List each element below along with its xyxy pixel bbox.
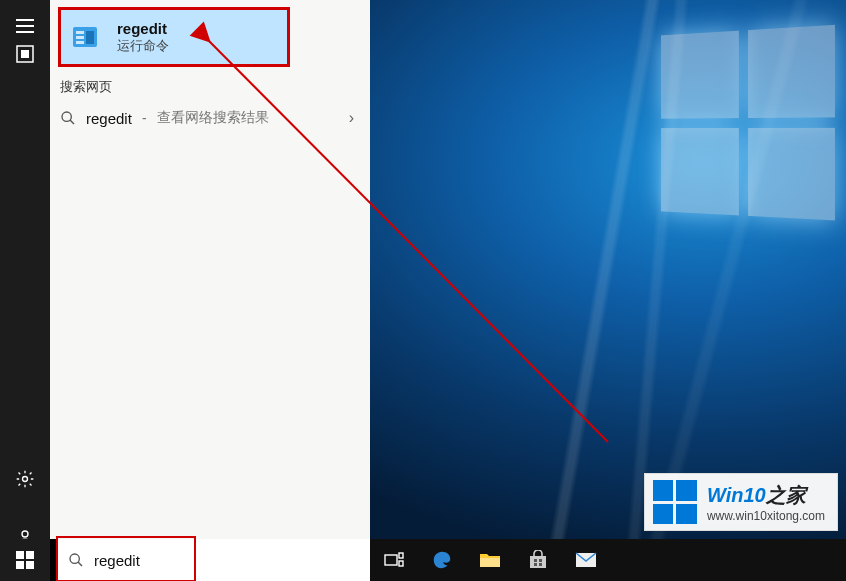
svg-rect-24 <box>530 556 546 568</box>
svg-rect-22 <box>399 561 403 566</box>
svg-rect-26 <box>539 559 542 562</box>
windows-logo-graphic <box>661 24 846 236</box>
svg-rect-20 <box>385 555 397 565</box>
search-icon <box>68 552 84 568</box>
svg-rect-10 <box>76 41 84 44</box>
mail-icon[interactable] <box>562 539 610 581</box>
store-icon[interactable] <box>514 539 562 581</box>
watermark-badge: Win10之家 www.win10xitong.com <box>644 473 838 531</box>
start-search-panel: regedit 运行命令 搜索网页 regedit - 查看网络搜索结果 › <box>50 0 370 539</box>
taskbar <box>370 539 846 581</box>
web-search-result[interactable]: regedit - 查看网络搜索结果 › <box>60 100 360 136</box>
svg-rect-8 <box>76 31 84 34</box>
taskbar-search-box[interactable] <box>58 539 370 581</box>
search-icon <box>60 110 76 126</box>
svg-point-5 <box>23 477 28 482</box>
web-result-hint: 查看网络搜索结果 <box>157 109 269 127</box>
svg-line-19 <box>78 562 82 566</box>
svg-rect-1 <box>16 25 34 27</box>
start-button[interactable] <box>0 539 50 581</box>
svg-rect-9 <box>76 36 84 39</box>
best-match-title: regedit <box>117 20 169 37</box>
svg-line-13 <box>70 120 74 124</box>
search-input[interactable] <box>94 552 334 569</box>
watermark-logo-icon <box>653 480 697 524</box>
file-explorer-icon[interactable] <box>466 539 514 581</box>
svg-rect-4 <box>21 50 29 58</box>
chevron-right-icon: › <box>349 109 354 127</box>
web-result-query: regedit <box>86 110 132 127</box>
task-view-button[interactable] <box>370 539 418 581</box>
edge-icon[interactable] <box>418 539 466 581</box>
web-result-separator: - <box>142 110 147 126</box>
svg-point-6 <box>22 531 28 537</box>
watermark-title: Win10之家 <box>707 482 825 509</box>
best-match-text: regedit 运行命令 <box>117 20 169 55</box>
svg-rect-0 <box>16 19 34 21</box>
start-left-rail <box>0 0 50 581</box>
svg-rect-16 <box>16 561 24 569</box>
svg-point-18 <box>70 554 79 563</box>
svg-rect-23 <box>480 558 500 567</box>
svg-rect-17 <box>26 561 34 569</box>
svg-point-12 <box>62 112 71 121</box>
web-section-header: 搜索网页 <box>60 78 112 96</box>
svg-rect-14 <box>16 551 24 559</box>
desktop-wallpaper[interactable] <box>370 0 846 539</box>
svg-rect-27 <box>534 563 537 566</box>
regedit-icon <box>69 20 103 54</box>
svg-rect-25 <box>534 559 537 562</box>
best-match-result[interactable]: regedit 运行命令 <box>58 7 290 67</box>
watermark-url: www.win10xitong.com <box>707 509 825 523</box>
svg-rect-28 <box>539 563 542 566</box>
rail-pinned-icon[interactable] <box>0 30 50 78</box>
svg-rect-21 <box>399 553 403 558</box>
svg-rect-15 <box>26 551 34 559</box>
svg-rect-11 <box>86 31 94 44</box>
settings-icon[interactable] <box>0 455 50 503</box>
best-match-subtitle: 运行命令 <box>117 37 169 55</box>
